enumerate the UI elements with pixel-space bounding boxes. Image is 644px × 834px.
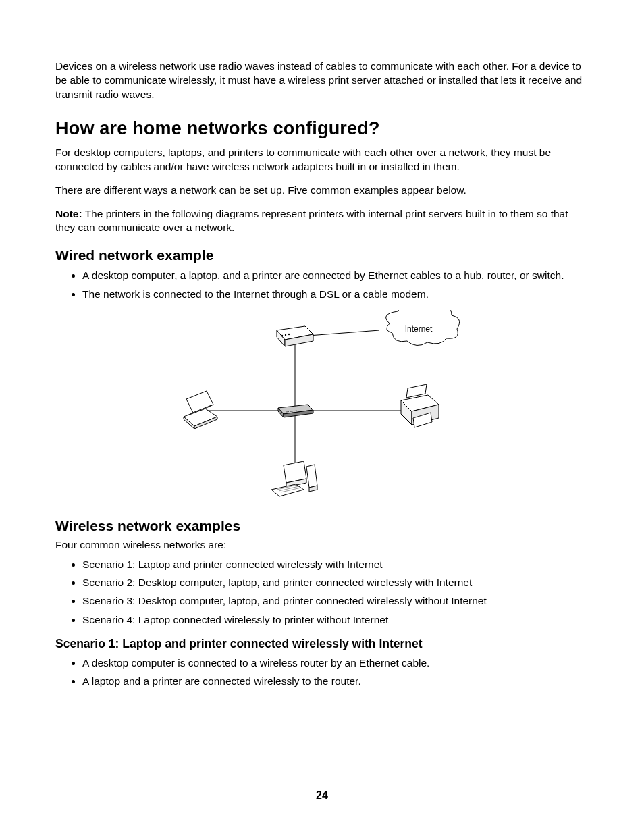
paragraph-2: There are different ways a network can b…: [55, 184, 589, 198]
list-item: Scenario 4: Laptop connected wirelessly …: [82, 612, 589, 627]
list-item: A laptop and a printer are connected wir…: [82, 673, 589, 689]
switch-icon: [278, 405, 313, 417]
internet-label: Internet: [405, 324, 433, 334]
list-item: A desktop computer is connected to a wir…: [82, 655, 589, 671]
laptop-icon: [184, 391, 217, 429]
modem-icon: [277, 326, 313, 346]
printer-icon: [401, 384, 439, 427]
scenario1-bullet-list: A desktop computer is connected to a wir…: [55, 655, 589, 689]
svg-point-7: [288, 334, 290, 335]
wireless-intro: Four common wireless networks are:: [55, 538, 589, 552]
heading-wireless-examples: Wireless network examples: [55, 518, 589, 534]
list-item: Scenario 1: Laptop and printer connected…: [82, 556, 589, 572]
wireless-bullet-list: Scenario 1: Laptop and printer connected…: [55, 556, 589, 627]
document-page: Devices on a wireless network use radio …: [0, 0, 644, 834]
svg-line-0: [308, 330, 379, 336]
note-label: Note:: [55, 208, 82, 219]
list-item: Scenario 2: Desktop computer, laptop, an…: [82, 575, 589, 590]
list-item: Scenario 3: Desktop computer, laptop, an…: [82, 593, 589, 608]
wired-bullet-list: A desktop computer, a laptop, and a prin…: [55, 267, 589, 302]
heading-wired-example: Wired network example: [55, 247, 589, 263]
note-paragraph: Note: The printers in the following diag…: [55, 207, 589, 236]
svg-point-6: [285, 334, 286, 336]
list-item: The network is connected to the Internet…: [82, 286, 589, 302]
intro-paragraph: Devices on a wireless network use radio …: [55, 59, 589, 102]
note-text: The printers in the following diagrams r…: [55, 208, 568, 234]
page-number: 24: [0, 789, 644, 802]
heading-how-configured: How are home networks configured?: [55, 118, 589, 139]
wired-network-diagram: Internet: [163, 310, 481, 506]
svg-point-5: [281, 335, 283, 336]
paragraph-1: For desktop computers, laptops, and prin…: [55, 146, 589, 174]
internet-cloud-icon: Internet: [386, 310, 460, 346]
desktop-icon: [271, 461, 317, 496]
heading-scenario-1: Scenario 1: Laptop and printer connected…: [55, 637, 589, 651]
list-item: A desktop computer, a laptop, and a prin…: [82, 267, 589, 283]
